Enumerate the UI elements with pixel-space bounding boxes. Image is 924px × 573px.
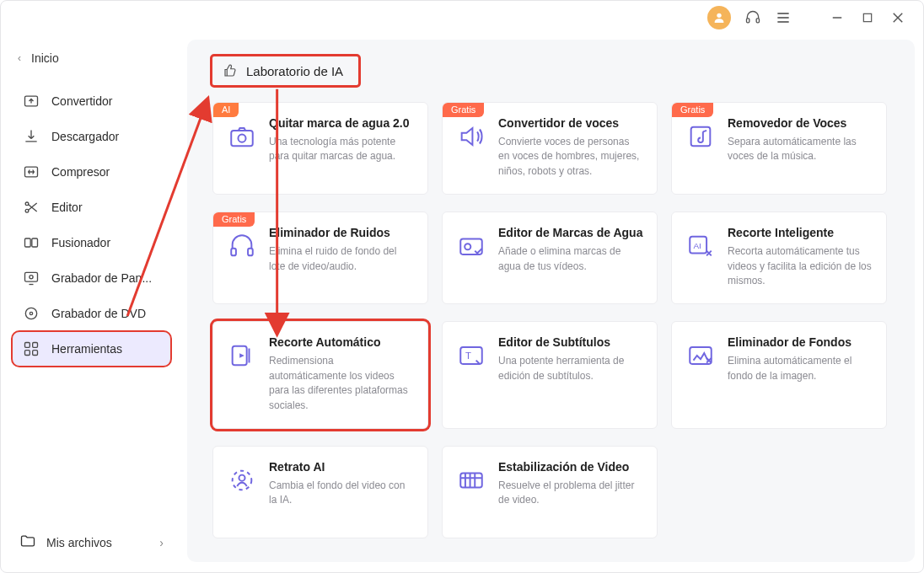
card-recorte-automatico[interactable]: Recorte Automático Redimensiona automáti… [212,321,428,429]
card-desc: Añade o elimina marcas de agua de tus ví… [498,244,643,274]
card-eliminador-ruidos[interactable]: Gratis Eliminador de Ruidos Elimina el r… [212,212,428,304]
app-window: ‹ Inicio Convertidor Descargador Compres… [0,0,924,573]
subtitle-icon: T [456,340,486,371]
card-editor-marcas-agua[interactable]: Editor de Marcas de Agua Añade o elimina… [442,212,658,304]
card-title: Quitar marca de agua 2.0 [269,116,414,130]
svg-rect-20 [25,343,30,348]
thumbs-up-icon [223,63,238,78]
close-button[interactable] [889,9,906,26]
card-recorte-inteligente[interactable]: AI Recorte Inteligente Recorta automátic… [671,212,887,304]
sidebar-item-label: Fusionador [51,236,110,249]
sidebar-item-descargador[interactable]: Descargador [13,120,170,153]
sidebar-item-convertidor[interactable]: Convertidor [13,84,170,118]
section-title-laboratorio: Laboratorio de IA [212,56,358,85]
headset-icon[interactable] [744,9,761,26]
menu-icon[interactable] [775,9,792,26]
sidebar-item-fusionador[interactable]: Fusionador [13,226,170,260]
card-removedor-voces[interactable]: Gratis Removedor de Voces Separa automát… [671,102,887,195]
badge-gratis: Gratis [672,103,713,117]
app-body: ‹ Inicio Convertidor Descargador Compres… [1,35,923,572]
minimize-button[interactable] [829,9,846,26]
svg-rect-39 [460,473,482,487]
svg-rect-14 [25,238,31,247]
speaker-icon [456,121,486,152]
sidebar-item-label: Convertidor [51,94,112,108]
screen-record-icon [23,270,40,286]
card-desc: Una potente herramienta de edición de su… [498,354,643,383]
section-title-text: Laboratorio de IA [246,64,343,78]
sidebar-item-label: Grabador de Pan... [51,271,152,285]
card-estabilizacion-video[interactable]: Estabilización de Video Resuelve el prob… [442,446,658,538]
convert-icon [23,93,40,110]
svg-rect-33 [233,346,247,366]
card-desc: Convierte voces de personas en voces de … [498,135,643,179]
download-icon [23,128,40,145]
card-desc: Elimina automáticamente el fondo de la i… [728,354,873,383]
stabilize-icon [456,465,486,495]
sidebar-item-compresor[interactable]: Compresor [13,155,170,189]
svg-point-19 [30,312,32,314]
svg-rect-27 [231,249,236,256]
svg-point-17 [30,276,33,279]
card-title: Editor de Marcas de Agua [498,226,643,239]
svg-text:AI: AI [694,241,701,250]
ai-crop-icon: AI [685,231,716,261]
merge-icon [23,234,40,251]
svg-point-18 [25,308,36,319]
main-panel: Laboratorio de IA AI Quitar marca de agu… [187,40,915,562]
card-eliminador-fondos[interactable]: Eliminador de Fondos Elimina automáticam… [671,321,887,429]
card-retrato-ai[interactable]: Retrato AI Cambia el fondo del video con… [212,446,428,538]
card-title: Recorte Automático [269,335,414,349]
sidebar-home[interactable]: ‹ Inicio [9,46,174,70]
card-desc: Separa automáticamente las voces de la m… [728,135,873,164]
svg-rect-24 [231,131,253,146]
card-desc: Elimina el ruido de fondo del lote de vi… [269,244,414,274]
sidebar-item-herramientas[interactable]: Herramientas [13,332,170,366]
watermark-icon [456,231,486,261]
folder-icon [19,533,36,552]
card-desc: Resuelve el problema del jitter de video… [498,479,643,508]
badge-gratis: Gratis [443,103,484,117]
background-remove-icon [685,340,716,371]
chevron-left-icon: ‹ [18,52,21,64]
svg-point-0 [717,13,721,18]
chevron-right-icon: › [159,536,164,549]
sidebar-item-label: Grabador de DVD [51,307,146,320]
svg-rect-1 [747,19,749,23]
dvd-icon [23,305,40,322]
svg-rect-28 [248,249,253,256]
svg-point-38 [239,475,244,481]
sidebar-footer-files[interactable]: Mis archivos › [9,524,174,560]
music-note-icon [685,121,716,152]
svg-rect-21 [33,343,38,348]
svg-rect-7 [863,13,871,21]
tools-icon [23,340,40,357]
maximize-button[interactable] [859,9,876,26]
svg-rect-2 [756,19,759,23]
svg-rect-34 [460,347,482,364]
badge-ai: AI [213,103,239,117]
card-desc: Recorta automáticamente tus videos y fac… [728,244,873,288]
card-grid: AI Quitar marca de agua 2.0 Una tecnolog… [212,102,889,538]
card-title: Recorte Inteligente [728,226,873,239]
card-title: Eliminador de Fondos [728,335,873,349]
sidebar: ‹ Inicio Convertidor Descargador Compres… [1,35,182,572]
compress-icon [23,163,40,180]
sidebar-item-grabador-pantalla[interactable]: Grabador de Pan... [13,261,170,295]
svg-point-12 [25,202,29,206]
svg-rect-22 [25,351,30,356]
sidebar-item-editor[interactable]: Editor [13,190,170,224]
svg-rect-23 [33,351,38,356]
portrait-icon [227,465,257,495]
user-avatar[interactable] [707,6,731,29]
sidebar-item-grabador-dvd[interactable]: Grabador de DVD [13,297,170,330]
svg-text:T: T [465,351,471,361]
svg-rect-16 [25,272,38,281]
card-desc: Redimensiona automáticamente los videos … [269,354,414,413]
card-desc: Cambia el fondo del video con la IA. [269,479,414,508]
card-editor-subtitulos[interactable]: T Editor de Subtítulos Una potente herra… [442,321,658,429]
card-quitar-marca-agua[interactable]: AI Quitar marca de agua 2.0 Una tecnolog… [212,102,428,195]
sidebar-item-label: Editor [51,201,83,214]
sidebar-item-label: Compresor [51,165,110,179]
card-convertidor-voces[interactable]: Gratis Convertidor de voces Convierte vo… [442,102,658,195]
